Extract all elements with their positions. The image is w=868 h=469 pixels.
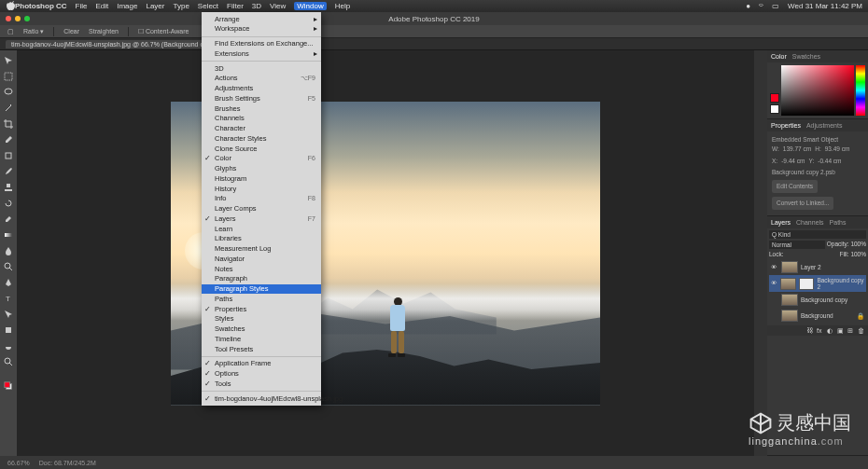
menu-item-tool-presets[interactable]: Tool Presets [202, 344, 321, 354]
color-field[interactable] [781, 65, 854, 116]
menu-help[interactable]: Help [335, 2, 350, 10]
menu-item-measurement-log[interactable]: Measurement Log [202, 244, 321, 255]
h-value[interactable]: 93.49 cm [825, 145, 850, 154]
marquee-tool[interactable] [2, 70, 15, 83]
canvas-area[interactable] [17, 50, 754, 456]
apple-icon[interactable] [6, 0, 15, 13]
menu-item-character[interactable]: Character [202, 124, 321, 134]
menu-item-history[interactable]: History [202, 184, 321, 194]
pen-tool[interactable] [2, 276, 15, 289]
menu-item-actions[interactable]: Actions⌥F9 [202, 74, 321, 84]
menu-item-paths[interactable]: Paths [202, 294, 321, 304]
visibility-icon[interactable]: 👁 [771, 280, 777, 287]
menu-item-character-styles[interactable]: Character Styles [202, 133, 321, 144]
menu-item-learn[interactable]: Learn [202, 224, 321, 234]
menu-item-extensions[interactable]: Extensions▸ [202, 48, 321, 59]
menu-item-properties[interactable]: Properties✓ [202, 304, 321, 314]
history-brush-tool[interactable] [2, 197, 15, 210]
tab-properties[interactable]: Properties [771, 122, 801, 129]
new-layer-icon[interactable]: ⊞ [847, 327, 855, 335]
zoom-level[interactable]: 66.67% [7, 460, 30, 466]
layer-row[interactable]: 👁Layer 2 [769, 259, 866, 275]
menu-item-arrange[interactable]: Arrange▸ [202, 14, 321, 24]
move-tool[interactable] [2, 54, 15, 67]
path-tool[interactable] [2, 308, 15, 321]
menu-item-glyphs[interactable]: Glyphs [202, 164, 321, 174]
menu-item-paragraph[interactable]: Paragraph [202, 274, 321, 284]
w-value[interactable]: 139.77 cm [783, 145, 811, 154]
type-tool[interactable]: T [2, 292, 15, 305]
fg-swatch[interactable] [770, 93, 779, 103]
x-value[interactable]: -9.44 cm [781, 157, 805, 166]
menu-image[interactable]: Image [117, 2, 137, 10]
visibility-icon[interactable] [771, 312, 778, 320]
blend-mode[interactable]: Normal [769, 241, 825, 249]
clear-button[interactable]: Clear [63, 28, 79, 34]
menu-item-find-extensions-on-exchange-[interactable]: Find Extensions on Exchange... [202, 39, 321, 49]
shape-tool[interactable] [2, 324, 15, 337]
crop-tool[interactable] [2, 117, 15, 131]
layer-row[interactable]: 👁Background copy 2 [769, 275, 866, 292]
menu-3d[interactable]: 3D [252, 2, 261, 10]
opacity-value[interactable]: 100% [850, 241, 866, 247]
tab-swatches[interactable]: Swatches [792, 53, 820, 60]
menu-item-tools[interactable]: Tools✓ [202, 379, 321, 389]
menu-item-application-frame[interactable]: Application Frame✓ [202, 359, 321, 369]
maximize-button[interactable] [24, 16, 30, 21]
straighten-button[interactable]: Straighten [89, 28, 119, 34]
edit-contents-button[interactable]: Edit Contents [772, 180, 818, 193]
wand-tool[interactable] [2, 102, 15, 115]
menu-item-navigator[interactable]: Navigator [202, 254, 321, 264]
menu-item-histogram[interactable]: Histogram [202, 173, 321, 184]
menu-item-brush-settings[interactable]: Brush SettingsF5 [202, 93, 321, 103]
menu-filter[interactable]: Filter [227, 2, 244, 10]
menu-view[interactable]: View [270, 2, 286, 10]
menu-layer[interactable]: Layer [146, 2, 164, 10]
menu-item-layer-comps[interactable]: Layer Comps [202, 204, 321, 214]
menu-item-channels[interactable]: Channels [202, 114, 321, 124]
stamp-tool[interactable] [2, 181, 15, 194]
layer-kind-filter[interactable]: Q Kind [769, 230, 866, 239]
menu-select[interactable]: Select [198, 2, 218, 10]
menu-item-workspace[interactable]: Workspace▸ [202, 24, 321, 34]
fx-icon[interactable]: fx [817, 327, 824, 335]
zoom-tool[interactable] [2, 355, 15, 368]
layer-row[interactable]: Background🔒 [769, 308, 866, 324]
menu-item-libraries[interactable]: Libraries [202, 234, 321, 244]
menu-item-clone-source[interactable]: Clone Source [202, 144, 321, 154]
menu-item-brushes[interactable]: Brushes [202, 103, 321, 114]
menu-type[interactable]: Type [173, 2, 189, 10]
menu-item-color[interactable]: Color✓F6 [202, 154, 321, 164]
hand-tool[interactable] [2, 339, 15, 352]
heal-tool[interactable] [2, 149, 15, 162]
visibility-icon[interactable]: 👁 [771, 264, 778, 271]
convert-linked-button[interactable]: Convert to Linked... [772, 197, 833, 210]
blur-tool[interactable] [2, 244, 15, 257]
minimize-button[interactable] [15, 16, 21, 21]
tab-color[interactable]: Color [771, 53, 787, 60]
tab-channels[interactable]: Channels [796, 219, 824, 226]
y-value[interactable]: -0.44 cm [818, 157, 841, 166]
dodge-tool[interactable] [2, 260, 15, 273]
content-aware-check[interactable]: ☐ Content-Aware [138, 28, 189, 35]
menu-item-info[interactable]: InfoF8 [202, 194, 321, 204]
menu-app[interactable]: Photoshop CC [15, 2, 67, 10]
fill-value[interactable]: 100% [850, 251, 866, 257]
visibility-icon[interactable] [771, 297, 778, 304]
link-layers-icon[interactable]: ⛓ [806, 327, 814, 335]
menu-file[interactable]: File [76, 2, 88, 10]
lasso-tool[interactable] [2, 86, 15, 99]
tab-adjustments[interactable]: Adjustments [806, 122, 843, 129]
layer-row[interactable]: Background copy [769, 292, 866, 308]
menu-item-paragraph-styles[interactable]: Paragraph Styles [202, 284, 321, 295]
brush-tool[interactable] [2, 165, 15, 178]
mask-icon[interactable]: ◐ [827, 327, 834, 335]
menu-item-styles[interactable]: Styles [202, 314, 321, 324]
eraser-tool[interactable] [2, 213, 15, 226]
trash-icon[interactable]: 🗑 [858, 327, 865, 335]
menu-item-layers[interactable]: Layers✓F7 [202, 214, 321, 224]
tab-paths[interactable]: Paths [830, 219, 847, 226]
menu-window[interactable]: Window [294, 2, 326, 10]
menu-item-timeline[interactable]: Timeline [202, 334, 321, 344]
menu-item-tim-bogdanov-4uojmedcwl8-unsplash-jpg[interactable]: tim-bogdanov-4uojMEdcwl8-unsplash.jpg✓ [202, 393, 321, 404]
